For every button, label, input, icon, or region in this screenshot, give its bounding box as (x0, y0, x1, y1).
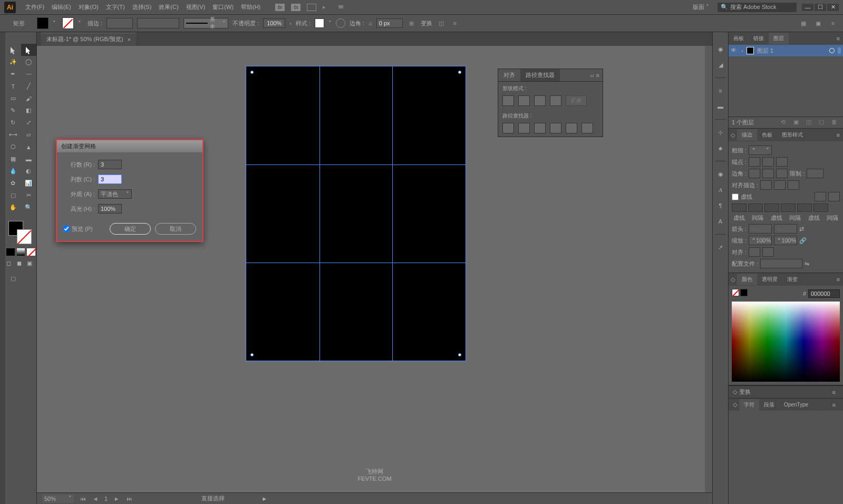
locate-layer-icon[interactable]: ⟲ (781, 119, 789, 127)
screen-mode-normal[interactable]: ◻ (6, 260, 15, 267)
opacity-input[interactable] (263, 18, 285, 28)
join-round[interactable] (762, 169, 774, 178)
tab-gradient[interactable]: 渐变 (782, 274, 802, 285)
tab-close-icon[interactable]: × (128, 36, 131, 43)
artboard-tool[interactable]: ▢ (5, 189, 21, 201)
character-panel-collapsed[interactable]: ◇ 字符 段落 OpenType ≡ (729, 398, 843, 411)
layer-name[interactable]: 图层 1 (757, 47, 773, 55)
screen-mode-present[interactable]: ▣ (27, 260, 35, 267)
shape-builder-tool[interactable]: ⬡ (5, 141, 21, 153)
draw-mode[interactable]: ▢ (5, 273, 21, 285)
layer-target-icon[interactable] (829, 48, 835, 53)
layers-menu-icon[interactable]: ≡ (834, 35, 843, 42)
preview-checkbox[interactable] (63, 226, 70, 232)
tab-color[interactable]: 颜色 (737, 274, 757, 285)
expand-button[interactable]: 扩展 (566, 95, 587, 106)
stroke-menu-icon[interactable]: ≡ (834, 132, 843, 138)
stroke-indicator[interactable] (17, 229, 32, 244)
pf-collapse-icon[interactable]: ›› (590, 72, 594, 79)
limit-input[interactable] (807, 169, 823, 178)
nav-last[interactable]: ⏭ (125, 495, 133, 502)
selection-tool[interactable] (5, 44, 21, 56)
hex-input[interactable] (808, 289, 840, 298)
anchor-tr[interactable] (458, 71, 461, 74)
mesh-object[interactable] (246, 66, 466, 361)
anchor-br[interactable] (458, 353, 461, 356)
direct-selection-tool[interactable] (21, 44, 37, 56)
isolate-icon[interactable]: ▣ (813, 19, 823, 27)
stroke-style[interactable]: 基本 ˅ (183, 18, 228, 28)
join-bevel[interactable] (776, 169, 788, 178)
gap2[interactable] (781, 203, 796, 212)
pf-menu-icon[interactable]: ≡ (596, 72, 599, 79)
profile-select[interactable] (760, 259, 802, 268)
transform-icon1[interactable]: ◫ (437, 19, 446, 27)
prefs-icon[interactable]: ≡ (828, 19, 838, 27)
blend-tool[interactable]: ◐ (21, 165, 37, 177)
nav-prev[interactable]: ◄ (92, 495, 99, 502)
vertical-scrollbar[interactable] (705, 46, 712, 492)
lasso-tool[interactable]: ◯ (21, 56, 37, 68)
align-inside[interactable] (774, 180, 786, 190)
zoom-tool[interactable]: 🔍 (21, 201, 37, 214)
color-mode-gradient[interactable] (17, 248, 25, 256)
opacity-dropdown[interactable]: › (289, 20, 292, 26)
anchor-bl[interactable] (250, 353, 254, 356)
tab-transparency[interactable]: 透明度 (757, 274, 782, 285)
cap-round[interactable] (762, 157, 774, 167)
cancel-button[interactable]: 取消 (155, 223, 196, 235)
minus-front-icon[interactable] (518, 95, 530, 106)
dash-preserve[interactable] (815, 192, 826, 201)
close-button[interactable]: ✕ (827, 4, 839, 11)
slice-tool[interactable]: ✂ (21, 189, 37, 201)
gpu-icon[interactable]: ▸ (323, 4, 332, 11)
graph-tool[interactable]: 📊 (21, 177, 37, 189)
bridge-icon[interactable]: Br (275, 4, 285, 11)
gap1[interactable] (748, 203, 763, 212)
color-stroke-swatch[interactable] (732, 289, 739, 296)
delete-layer-icon[interactable]: 🗑 (831, 119, 840, 127)
zoom-select[interactable]: 50%˅ (42, 495, 74, 503)
dashed-checkbox[interactable] (732, 193, 739, 200)
dash3[interactable] (797, 203, 812, 212)
crop-icon[interactable] (550, 123, 561, 133)
eraser-tool[interactable]: ◧ (21, 104, 37, 117)
new-sublayer-icon[interactable]: ◫ (806, 119, 815, 127)
recolor-icon[interactable] (336, 18, 345, 28)
stroke-swatch[interactable] (62, 17, 74, 29)
maximize-button[interactable]: ☐ (815, 4, 826, 11)
type-tool[interactable]: T (5, 80, 21, 92)
color-mode-fill[interactable] (6, 248, 15, 256)
menu-effect[interactable]: 效果(C) (156, 1, 181, 13)
appearance-select[interactable]: 平淡色˅ (98, 189, 132, 199)
nav-next[interactable]: ► (113, 495, 120, 502)
align-outside[interactable] (788, 180, 799, 190)
tab-swatches[interactable]: 色板 (757, 129, 777, 141)
rows-input[interactable] (98, 160, 122, 169)
stroke-profile[interactable] (137, 18, 179, 28)
tab-artboards[interactable]: 画板 (729, 33, 749, 44)
style-dropdown[interactable]: ˅ (328, 20, 332, 27)
menu-help[interactable]: 帮助(H) (238, 1, 264, 13)
pen-tool[interactable]: ✒ (5, 68, 21, 80)
align-center[interactable] (760, 180, 772, 190)
clip-mask-icon[interactable]: ▣ (793, 119, 802, 127)
anchor-tl[interactable] (250, 71, 254, 74)
strip-gradient-icon[interactable]: ▬ (715, 101, 726, 112)
strip-transform-icon[interactable]: ⊹ (715, 127, 726, 138)
tab-layers[interactable]: 图层 (769, 33, 789, 44)
divide-icon[interactable] (502, 123, 514, 133)
tab-align[interactable]: 对齐 (498, 69, 520, 81)
highlight-input[interactable] (98, 204, 122, 214)
eye-icon[interactable]: 👁 (731, 47, 738, 54)
intersect-icon[interactable] (534, 95, 546, 106)
arrow-align1[interactable] (749, 247, 760, 257)
menu-file[interactable]: 文件(F) (22, 1, 47, 13)
tab-stroke[interactable]: 描边 (737, 129, 757, 141)
tab-pathfinder[interactable]: 路径查找器 (520, 69, 560, 81)
strip-appearance-icon[interactable]: ◉ (715, 169, 726, 179)
tab-graphic-styles[interactable]: 图形样式 (777, 129, 808, 141)
menu-edit[interactable]: 编辑(E) (49, 1, 74, 13)
layer-expand-icon[interactable]: › (741, 47, 743, 54)
width-tool[interactable]: ⟷ (5, 129, 21, 141)
